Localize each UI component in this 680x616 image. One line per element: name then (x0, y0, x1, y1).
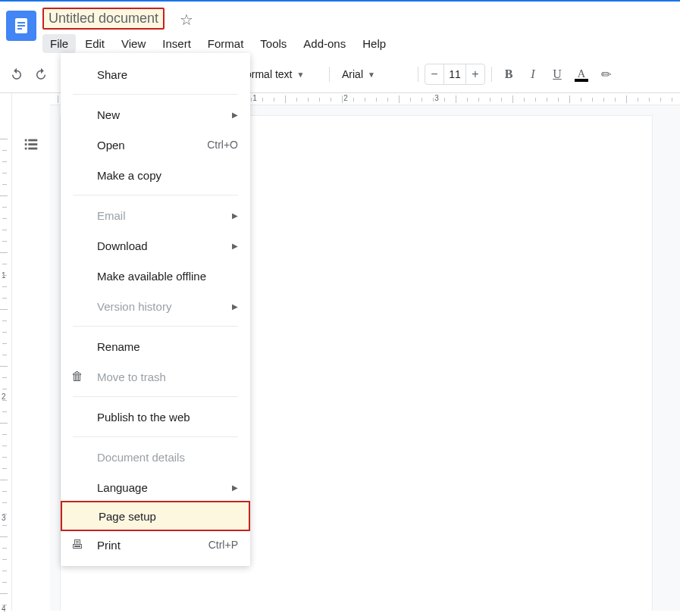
italic-button[interactable]: I (522, 64, 544, 85)
menu-divider (73, 396, 238, 397)
redo-button[interactable] (30, 64, 52, 85)
ruler-label: 2 (2, 392, 6, 401)
ruler-label: 1 (252, 94, 257, 102)
menu-item-download[interactable]: Download▶ (61, 230, 250, 261)
menu-addons[interactable]: Add-ons (296, 34, 353, 53)
underline-button[interactable]: U (547, 64, 568, 85)
menu-item-label: Make a copy (97, 169, 161, 182)
menu-item-label: Download (97, 239, 148, 252)
menu-item-label: Print (97, 539, 121, 552)
menu-item-label: Move to trash (97, 371, 166, 383)
menu-item-publish[interactable]: Publish to the web (61, 402, 250, 432)
file-menu-dropdown: Share New▶ OpenCtrl+O Make a copy Email▶… (61, 53, 250, 566)
menu-item-page-setup[interactable]: Page setup (61, 501, 250, 531)
menu-format[interactable]: Format (200, 34, 252, 53)
highlighter-icon: ✎ (597, 66, 615, 83)
undo-icon (10, 67, 24, 81)
menu-item-label: Version history (97, 300, 171, 313)
menu-file[interactable]: File (42, 34, 76, 53)
menu-tools[interactable]: Tools (252, 34, 294, 53)
menu-item-rename[interactable]: Rename (61, 331, 250, 361)
ruler-label: 4 (2, 605, 6, 613)
menu-divider (73, 94, 238, 95)
font-family-select[interactable]: Arial▼ (336, 65, 412, 83)
menu-item-label: Rename (97, 340, 140, 353)
chevron-down-icon: ▼ (296, 70, 304, 79)
menubar: File Edit View Insert Format Tools Add-o… (42, 34, 674, 53)
svg-rect-5 (28, 139, 37, 142)
svg-rect-6 (25, 143, 27, 145)
menu-divider (73, 195, 238, 195)
toolbar-separator (329, 67, 330, 82)
svg-rect-3 (17, 28, 22, 30)
font-size-increase[interactable]: + (466, 64, 484, 84)
toolbar-separator (418, 67, 418, 82)
svg-rect-2 (17, 25, 25, 27)
menu-divider (73, 436, 238, 437)
chevron-right-icon: ▶ (232, 211, 238, 220)
menu-item-label: Email (97, 209, 126, 222)
outline-column (12, 93, 50, 611)
vertical-ruler[interactable]: 1 2 3 4 (0, 93, 12, 611)
svg-rect-1 (17, 22, 25, 23)
document-title[interactable]: Untitled document (42, 8, 165, 30)
font-size-value[interactable]: 11 (443, 64, 466, 84)
ruler-label: 3 (434, 94, 439, 102)
menu-edit[interactable]: Edit (77, 34, 112, 53)
menu-item-language[interactable]: Language▶ (61, 472, 250, 502)
ruler-label: 2 (343, 94, 348, 102)
menu-item-label: Document details (97, 451, 185, 464)
text-color-icon: A (575, 67, 588, 82)
menu-divider (73, 326, 238, 327)
undo-button[interactable] (6, 64, 27, 85)
bold-button[interactable]: B (498, 64, 519, 85)
menu-item-print[interactable]: 🖶PrintCtrl+P (61, 530, 250, 560)
outline-toggle-button[interactable] (17, 131, 45, 158)
docs-logo[interactable] (6, 11, 36, 41)
font-size-group: − 11 + (425, 64, 485, 85)
menu-item-label: Language (97, 481, 148, 494)
svg-rect-8 (25, 148, 27, 150)
menu-item-label: Page setup (99, 510, 156, 523)
menu-item-label: New (97, 108, 120, 121)
menu-item-label: Open (97, 139, 125, 152)
menu-shortcut: Ctrl+P (208, 539, 238, 551)
menu-item-make-copy[interactable]: Make a copy (61, 160, 250, 190)
redo-icon (34, 67, 48, 81)
menu-item-share[interactable]: Share (61, 59, 250, 89)
outline-icon (23, 136, 39, 153)
menu-item-open[interactable]: OpenCtrl+O (61, 130, 250, 160)
menu-shortcut: Ctrl+O (207, 139, 238, 151)
menu-item-move-trash[interactable]: 🗑Move to trash (61, 361, 250, 392)
menu-item-version-history[interactable]: Version history▶ (61, 291, 250, 321)
menu-view[interactable]: View (114, 34, 153, 53)
svg-rect-7 (28, 143, 37, 145)
menu-item-label: Share (97, 68, 127, 81)
trash-icon: 🗑 (71, 370, 83, 383)
menu-item-offline[interactable]: Make available offline (61, 261, 250, 291)
chevron-right-icon: ▶ (232, 242, 238, 250)
print-icon: 🖶 (71, 538, 83, 552)
document-icon (12, 17, 30, 35)
menu-help[interactable]: Help (355, 34, 393, 53)
chevron-right-icon: ▶ (232, 302, 238, 311)
menu-insert[interactable]: Insert (155, 34, 199, 53)
font-size-decrease[interactable]: − (425, 64, 443, 84)
svg-rect-9 (28, 148, 37, 150)
menu-item-label: Publish to the web (97, 411, 190, 424)
font-family-label: Arial (342, 68, 363, 80)
star-icon[interactable]: ☆ (180, 11, 193, 29)
chevron-down-icon: ▼ (368, 70, 375, 79)
ruler-label: 3 (2, 514, 6, 522)
chevron-right-icon: ▶ (232, 483, 238, 492)
menu-item-label: Make available offline (97, 270, 206, 283)
text-color-button[interactable]: A (571, 64, 592, 85)
title-area: Untitled document ☆ File Edit View Inser… (42, 8, 674, 53)
menu-item-new[interactable]: New▶ (61, 99, 250, 130)
paragraph-style-select[interactable]: ormal text▼ (240, 65, 323, 83)
toolbar-separator (491, 67, 492, 82)
highlight-button[interactable]: ✎ (595, 64, 616, 85)
menu-item-email[interactable]: Email▶ (61, 200, 250, 230)
app-header: Untitled document ☆ File Edit View Inser… (0, 2, 680, 53)
menu-item-doc-details[interactable]: Document details (61, 442, 250, 472)
